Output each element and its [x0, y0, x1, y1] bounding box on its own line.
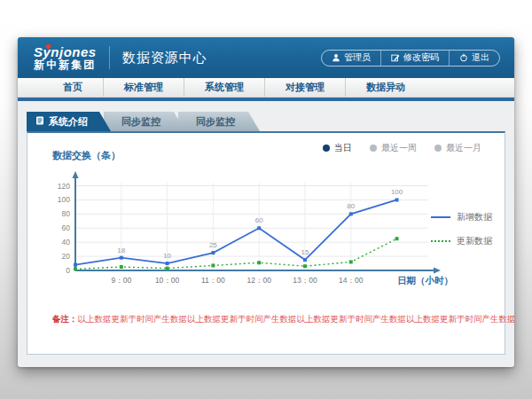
tab-system-intro-label: 系统介绍	[49, 115, 88, 129]
nav-item-data-change[interactable]: 数据异动	[345, 78, 426, 97]
logout-icon	[459, 53, 468, 62]
desktop-background: { "header": { "logo_title": "Synjones", …	[0, 0, 532, 399]
page-title: 数据资源中心	[122, 50, 207, 66]
svg-text:15: 15	[301, 248, 309, 256]
app-window: Synjones 新中新集团 数据资源中心 管理员 修改密码	[18, 37, 514, 367]
footer-note: 备注：以上数据更新于时间产生数据以上数据更新于时间产生数据以上数据更新于时间产生…	[52, 314, 514, 325]
main-nav: 首页 标准管理 系统管理 对接管理 数据异动	[18, 78, 514, 98]
tab-bar: 系统介绍 同步监控 同步监控	[27, 112, 505, 131]
change-password-button[interactable]: 修改密码	[380, 51, 449, 66]
logo: Synjones 新中新集团	[34, 45, 97, 70]
tab-system-intro[interactable]: 系统介绍	[27, 112, 111, 131]
tab-sync-monitor-2[interactable]: 同步监控	[178, 112, 260, 131]
edit-icon	[391, 53, 400, 62]
legend-new-data-label: 新增数据	[457, 211, 492, 223]
time-range-filters: 当日 最近一周 最近一月	[323, 142, 481, 154]
app-header: Synjones 新中新集团 数据资源中心 管理员 修改密码	[18, 37, 514, 78]
svg-text:10: 10	[163, 252, 171, 260]
radio-last-week-dot	[370, 145, 377, 152]
nav-item-home[interactable]: 首页	[43, 78, 103, 97]
svg-text:12：00: 12：00	[246, 276, 271, 285]
chart-legend: 新增数据 更新数据	[431, 211, 492, 247]
svg-text:13：00: 13：00	[293, 276, 317, 285]
legend-updated-data[interactable]: 更新数据	[431, 235, 492, 247]
chart-panel: 当日 最近一周 最近一月 数据交换（条） 0204060801001209：00…	[27, 131, 505, 355]
legend-updated-data-label: 更新数据	[457, 235, 492, 247]
radio-last-week-label: 最近一周	[381, 142, 417, 154]
y-axis-title: 数据交换（条）	[52, 149, 121, 162]
svg-text:60: 60	[255, 216, 263, 224]
svg-text:120: 120	[58, 182, 70, 191]
svg-text:40: 40	[62, 238, 71, 246]
user-icon	[332, 53, 340, 62]
svg-text:9：00: 9：00	[111, 276, 131, 285]
solid-line-icon	[431, 216, 450, 218]
footer-note-text: 以上数据更新于时间产生数据以上数据更新于时间产生数据以上数据更新于时间产生数据以…	[78, 314, 515, 324]
svg-text:0: 0	[66, 266, 70, 275]
nav-item-standard-mgmt[interactable]: 标准管理	[103, 78, 184, 97]
admin-user-label: 管理员	[344, 51, 371, 64]
svg-text:80: 80	[62, 209, 71, 218]
logout-label: 退出	[472, 51, 489, 64]
tab-sync-monitor-1-label: 同步监控	[121, 115, 160, 129]
svg-text:日期（小时）: 日期（小时）	[397, 275, 453, 286]
svg-text:25: 25	[209, 241, 217, 249]
radio-last-month-label: 最近一月	[446, 142, 481, 154]
radio-today[interactable]: 当日	[323, 142, 352, 154]
content-area: 系统介绍 同步监控 同步监控 当日 最近一周	[18, 101, 514, 355]
svg-text:60: 60	[62, 223, 71, 232]
svg-text:10：00: 10：00	[155, 276, 180, 285]
radio-today-dot	[323, 145, 330, 152]
nav-item-system-mgmt[interactable]: 系统管理	[184, 78, 264, 97]
user-menu: 管理员 修改密码 退出	[321, 50, 500, 66]
svg-text:100: 100	[58, 195, 70, 204]
tab-sync-monitor-2-label: 同步监控	[196, 115, 235, 129]
logout-button[interactable]: 退出	[449, 51, 499, 66]
svg-text:14：00: 14：00	[339, 276, 364, 285]
header-divider	[109, 46, 110, 69]
radio-last-month-dot	[434, 145, 442, 152]
logo-subtitle: 新中新集团	[34, 59, 97, 71]
svg-text:11：00: 11：00	[201, 276, 225, 285]
svg-text:18: 18	[117, 246, 125, 254]
dotted-line-icon	[431, 240, 450, 242]
footer-note-prefix: 备注：	[52, 314, 78, 324]
nav-item-integration-mgmt[interactable]: 对接管理	[264, 78, 345, 97]
svg-text:20: 20	[62, 252, 71, 261]
document-icon	[35, 116, 44, 127]
radio-last-week[interactable]: 最近一周	[370, 142, 417, 154]
legend-new-data[interactable]: 新增数据	[431, 211, 492, 223]
svg-text:100: 100	[391, 188, 403, 196]
radio-last-month[interactable]: 最近一月	[434, 142, 481, 154]
tab-sync-monitor-1[interactable]: 同步监控	[104, 112, 185, 131]
admin-user-button[interactable]: 管理员	[322, 51, 380, 66]
svg-text:80: 80	[347, 202, 355, 210]
line-chart: 0204060801001209：0010：0011：0012：0013：001…	[38, 170, 455, 305]
radio-today-label: 当日	[334, 142, 352, 154]
logo-title: Synjones	[34, 45, 97, 59]
change-password-label: 修改密码	[403, 51, 439, 64]
